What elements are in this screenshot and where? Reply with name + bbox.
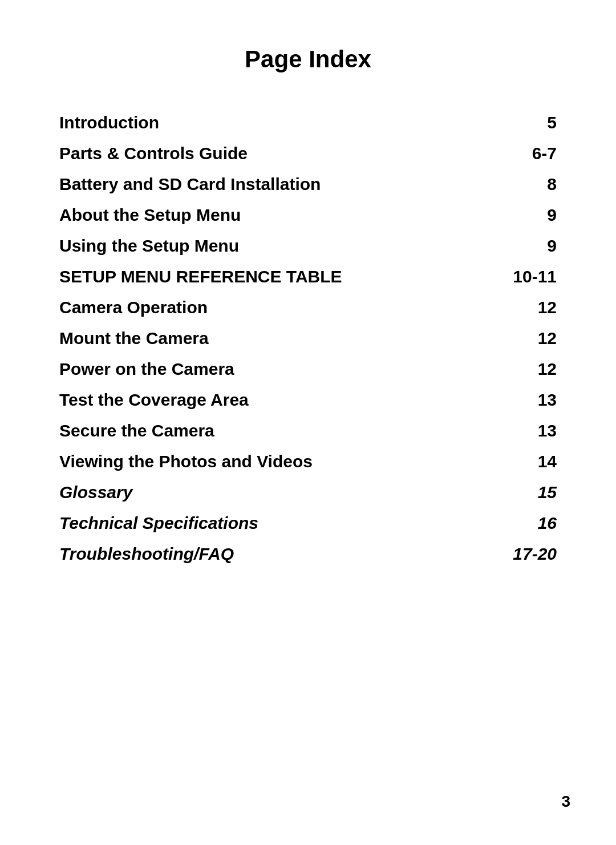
- toc-page-13: 16: [538, 514, 557, 533]
- toc-page-10: 13: [538, 421, 557, 440]
- toc-label-0: Introduction: [59, 113, 159, 132]
- toc-page-7: 12: [538, 329, 557, 348]
- toc-row: Technical Specifications16: [59, 508, 557, 539]
- page-number: 3: [561, 793, 570, 811]
- toc-label-4: Using the Setup Menu: [59, 236, 239, 256]
- page-title: Page Index: [59, 46, 557, 73]
- toc-row: Introduction5: [59, 107, 557, 138]
- toc-label-7: Mount the Camera: [59, 329, 209, 348]
- toc-list: Introduction5Parts & Controls Guide6-7Ba…: [59, 107, 557, 569]
- toc-row: Parts & Controls Guide6-7: [59, 138, 557, 169]
- toc-label-12: Glossary: [59, 483, 132, 502]
- toc-row: About the Setup Menu9: [59, 200, 557, 231]
- toc-label-9: Test the Coverage Area: [59, 390, 249, 410]
- toc-label-2: Battery and SD Card Installation: [59, 175, 321, 194]
- toc-label-11: Viewing the Photos and Videos: [59, 452, 313, 471]
- toc-label-3: About the Setup Menu: [59, 205, 241, 225]
- toc-label-6: Camera Operation: [59, 298, 208, 317]
- toc-label-14: Troubleshooting/FAQ: [59, 544, 234, 564]
- toc-row: Secure the Camera13: [59, 415, 557, 446]
- toc-label-13: Technical Specifications: [59, 514, 258, 533]
- toc-row: Power on the Camera12: [59, 354, 557, 385]
- toc-page-1: 6-7: [532, 144, 557, 163]
- toc-row: Troubleshooting/FAQ17-20: [59, 539, 557, 569]
- toc-label-10: Secure the Camera: [59, 421, 214, 440]
- toc-label-1: Parts & Controls Guide: [59, 144, 248, 163]
- toc-page-6: 12: [538, 298, 557, 317]
- toc-page-8: 12: [538, 359, 557, 379]
- toc-page-3: 9: [547, 205, 557, 225]
- toc-page-0: 5: [547, 113, 557, 132]
- toc-row: SETUP MENU REFERENCE TABLE10-11: [59, 261, 557, 292]
- toc-page-11: 14: [538, 452, 557, 471]
- toc-row: Using the Setup Menu9: [59, 231, 557, 261]
- toc-row: Test the Coverage Area13: [59, 385, 557, 415]
- page-container: Page Index Introduction5Parts & Controls…: [0, 0, 616, 845]
- toc-page-5: 10-11: [513, 267, 557, 286]
- toc-label-5: SETUP MENU REFERENCE TABLE: [59, 267, 342, 286]
- toc-page-14: 17-20: [513, 544, 557, 564]
- toc-row: Viewing the Photos and Videos14: [59, 446, 557, 477]
- toc-page-9: 13: [538, 390, 557, 410]
- toc-page-2: 8: [547, 175, 557, 194]
- toc-page-12: 15: [538, 483, 557, 502]
- toc-row: Camera Operation12: [59, 292, 557, 323]
- toc-row: Battery and SD Card Installation8: [59, 169, 557, 200]
- toc-label-8: Power on the Camera: [59, 359, 234, 379]
- toc-row: Glossary15: [59, 477, 557, 508]
- toc-row: Mount the Camera12: [59, 323, 557, 354]
- toc-page-4: 9: [547, 236, 557, 256]
